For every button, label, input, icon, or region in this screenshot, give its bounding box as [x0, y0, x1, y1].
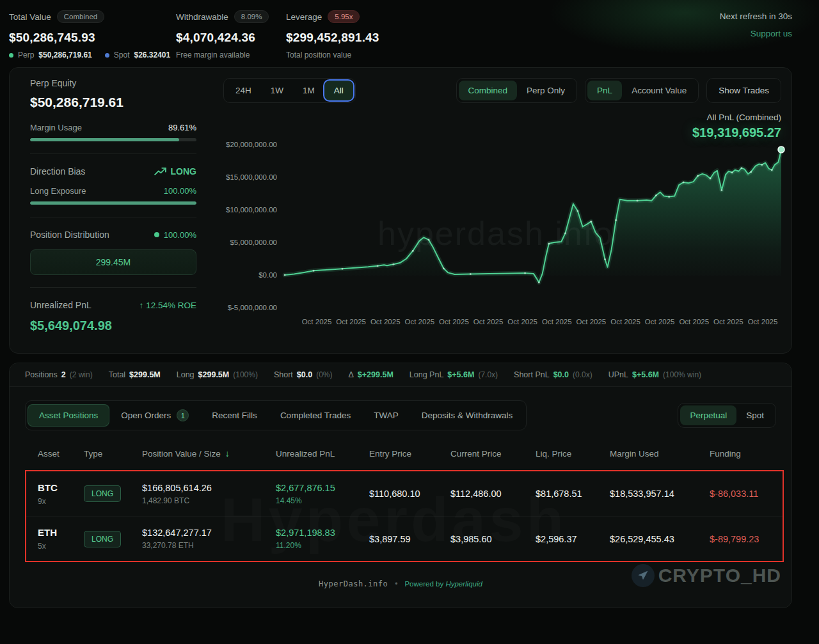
column-header-position-value-size[interactable]: Position Value / Size↓	[142, 448, 276, 459]
x-tick-label: Oct 2025	[336, 318, 366, 326]
funding-value: $-89,799.23	[710, 534, 759, 544]
crypto-hd-watermark: CRYPTO_HD	[632, 564, 781, 587]
margin-used: $18,533,957.14	[610, 489, 674, 499]
tab-label: Open Orders	[121, 411, 171, 420]
column-label: Current Price	[450, 449, 502, 459]
trend-up-icon	[154, 167, 166, 176]
x-tick-label: Oct 2025	[507, 318, 537, 326]
tab-asset-positions[interactable]: Asset Positions	[28, 404, 109, 427]
asset-symbol: ETH	[38, 527, 57, 538]
mode-button-combined[interactable]: Combined	[459, 81, 518, 100]
position-type-badge: LONG	[84, 485, 121, 502]
tab-open-orders[interactable]: Open Orders1	[109, 403, 200, 428]
position-row-btc[interactable]: BTC9xLONG$166,805,614.261,482.90 BTC$2,6…	[26, 471, 783, 516]
hyperdash-brand[interactable]: HyperDash.info	[319, 579, 388, 588]
table-cell: $3,985.60	[450, 533, 536, 545]
pnl-line-chart[interactable]	[285, 145, 781, 313]
view-button-account-value[interactable]: Account Value	[622, 81, 696, 100]
summary-label: Long PnL	[410, 370, 444, 379]
tab-completed-trades[interactable]: Completed Trades	[269, 404, 362, 427]
tab-deposits-withdrawals[interactable]: Deposits & Withdrawals	[410, 404, 525, 427]
summary-item-short-pnl: Short PnL$0.0(0.0x)	[514, 370, 592, 379]
summary-value: $0.0	[297, 370, 312, 379]
chart-canvas[interactable]: hyperdash.info	[285, 145, 781, 313]
perp-equity-label: Perp Equity	[30, 78, 196, 88]
summary-value: $+5.6M	[632, 370, 659, 379]
range-button-1m[interactable]: 1M	[293, 81, 324, 100]
column-header-margin-used: Margin Used	[610, 449, 710, 459]
summary-sub: (100%)	[233, 370, 258, 379]
summary-sub: (2 win)	[70, 370, 93, 379]
tab-label: Recent Fills	[212, 411, 257, 420]
table-cell: $-89,799.23	[710, 533, 783, 545]
table-cell: $26,529,455.43	[610, 533, 710, 545]
table-header-row: AssetTypePosition Value / Size↓Unrealize…	[25, 438, 784, 470]
roe-up-arrow-icon: ↑	[139, 301, 143, 310]
x-tick-label: Oct 2025	[610, 318, 640, 326]
x-tick-label: Oct 2025	[542, 318, 572, 326]
column-label: Position Value / Size	[142, 449, 221, 459]
roe-value: 12.54% ROE	[146, 301, 196, 310]
distribution-value: 299.45M	[96, 257, 131, 267]
position-type-badge: LONG	[84, 531, 121, 547]
perp-equity-value: $50,286,719.61	[30, 95, 196, 110]
column-header-type: Type	[84, 449, 142, 459]
column-label: Liq. Price	[536, 449, 571, 459]
mode-button-perp-only[interactable]: Perp Only	[517, 81, 575, 100]
column-header-liq-price: Liq. Price	[536, 449, 610, 459]
distribution-segment[interactable]: 299.45M	[30, 249, 196, 275]
position-row-eth[interactable]: ETH5xLONG$132,647,277.1733,270.78 ETH$2,…	[26, 516, 783, 561]
x-tick-label: Oct 2025	[473, 318, 504, 326]
asset-leverage: 5x	[38, 542, 84, 551]
withdrawable-label: Withdrawable	[176, 12, 228, 22]
unrealized-pnl: $2,677,876.15	[276, 483, 369, 493]
hyperliquid-brand: Hyperliquid	[445, 580, 482, 588]
y-tick-label: $10,000,000.00	[226, 206, 277, 214]
tab-label: Deposits & Withdrawals	[422, 411, 513, 420]
range-button-24h[interactable]: 24H	[226, 81, 261, 100]
market-button-perpetual[interactable]: Perpetual	[680, 405, 736, 425]
tab-recent-fills[interactable]: Recent Fills	[200, 404, 269, 427]
summary-item-long: Long$299.5M(100%)	[177, 370, 258, 379]
support-us-link[interactable]: Support us	[720, 29, 792, 38]
range-button-1w[interactable]: 1W	[261, 81, 293, 100]
tab-twap[interactable]: TWAP	[362, 404, 410, 427]
liq-price: $81,678.51	[536, 489, 582, 499]
column-header-asset: Asset	[38, 449, 84, 459]
divider	[30, 287, 196, 288]
chart-x-axis: Oct 2025Oct 2025Oct 2025Oct 2025Oct 2025…	[285, 318, 781, 329]
spot-value: $26.32401	[134, 51, 170, 59]
powered-by-link[interactable]: Powered by Hyperliquid	[404, 580, 482, 588]
x-tick-label: Oct 2025	[679, 318, 709, 326]
total-value-label: Total Value	[9, 12, 51, 22]
positions-card: Hyperdash Positions2(2 win)Total$299.5ML…	[9, 363, 792, 608]
position-size: 1,482.90 BTC	[142, 496, 276, 505]
perp-dot-icon	[9, 53, 13, 58]
margin-usage-bar	[30, 138, 196, 141]
tab-count-badge: 1	[177, 409, 189, 421]
range-button-all[interactable]: All	[324, 81, 353, 100]
unrealized-pnl: $2,971,198.83	[276, 528, 369, 538]
x-tick-label: Oct 2025	[370, 318, 401, 326]
mode-toggle-group: CombinedPerp Only	[456, 78, 578, 103]
summary-sub: (0%)	[316, 370, 332, 379]
summary-label: Short PnL	[514, 370, 550, 379]
chart-controls-row: 24H1W1MAll CombinedPerp Only PnLAccount …	[223, 78, 781, 103]
margin-usage-fill	[30, 138, 179, 141]
perp-value: $50,286,719.61	[38, 51, 91, 59]
show-trades-button[interactable]: Show Trades	[706, 78, 781, 103]
summary-label: Short	[274, 370, 293, 379]
chart-y-axis: $20,000,000.00$15,000,000.00$10,000,000.…	[223, 145, 285, 313]
position-size: 33,270.78 ETH	[142, 541, 276, 550]
column-header-unrealized-pnl: Unrealized PnL	[276, 449, 369, 459]
summary-label: Long	[177, 370, 195, 379]
x-tick-label: Oct 2025	[302, 318, 332, 326]
position-distribution-label: Position Distribution	[30, 230, 109, 240]
withdrawable-amount: $4,070,424.36	[176, 31, 286, 45]
view-button-pnl[interactable]: PnL	[587, 81, 622, 100]
table-cell: BTC9x	[38, 482, 84, 506]
long-exposure-bar	[30, 201, 196, 205]
summary-item-short: Short$0.0(0%)	[274, 370, 333, 379]
chart-plot[interactable]: $20,000,000.00$15,000,000.00$10,000,000.…	[223, 145, 781, 313]
market-button-spot[interactable]: Spot	[736, 405, 774, 425]
